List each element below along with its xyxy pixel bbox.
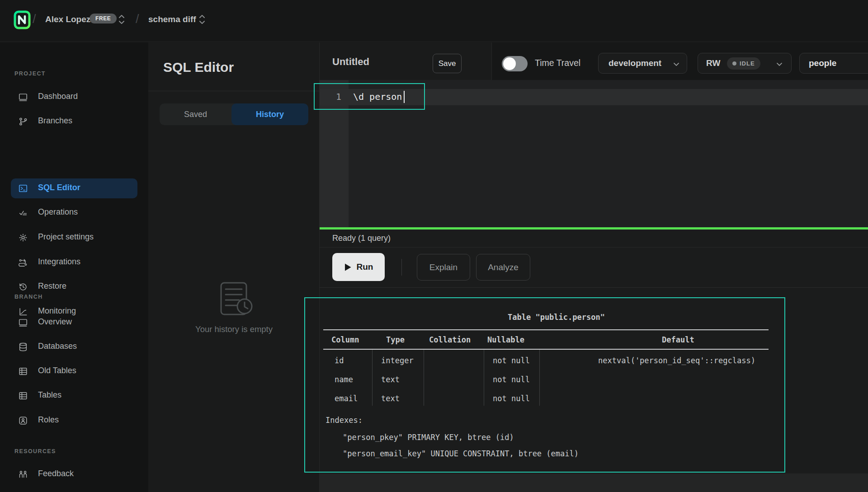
sidebar-item-label: Tables	[38, 390, 61, 400]
sidebar-section-project: PROJECT	[14, 70, 46, 77]
sidebar-item-label: Project settings	[38, 232, 94, 242]
database-select[interactable]: people	[799, 53, 868, 74]
plan-badge: FREE	[90, 14, 117, 23]
divider	[491, 42, 492, 80]
sidebar-item-project-settings[interactable]: Project settings	[0, 228, 148, 248]
sidebar-item-branches[interactable]: Branches	[0, 112, 148, 131]
sidebar-item-feedback[interactable]: Feedback	[0, 464, 148, 484]
save-button[interactable]: Save	[433, 54, 462, 73]
breadcrumb-slash: /	[136, 12, 139, 26]
top-bar: / Alex Lopez FREE / schema diff	[0, 0, 868, 42]
database-select-value: people	[809, 58, 836, 68]
saved-history-tabs: Saved History	[160, 103, 308, 125]
compute-status-text: IDLE	[740, 60, 755, 67]
branches-icon	[18, 117, 28, 127]
sidebar-item-label: Operations	[38, 207, 78, 217]
sql-editor-panel: SQL Editor Saved History Your history is…	[148, 42, 320, 492]
compute-status-badge: IDLE	[727, 57, 760, 70]
roles-icon	[18, 416, 28, 426]
sidebar-item-tables[interactable]: Tables	[0, 386, 148, 406]
sidebar-item-label: Integrations	[38, 257, 80, 267]
explain-button[interactable]: Explain	[417, 254, 470, 281]
restore-clock-icon	[18, 282, 28, 292]
chevron-down-icon	[775, 60, 784, 69]
gear-icon	[18, 233, 28, 243]
branch-select-value: development	[609, 58, 661, 68]
table-icon	[18, 391, 28, 401]
sidebar-item-label: SQL Editor	[38, 183, 80, 192]
org-switcher-chevrons-icon[interactable]	[118, 14, 126, 25]
history-empty-text: Your history is empty	[148, 324, 320, 334]
feedback-people-icon	[18, 469, 28, 479]
play-icon	[344, 263, 352, 272]
time-travel-label: Time Travel	[535, 58, 580, 68]
dashboard-icon	[18, 92, 28, 102]
overview-icon	[18, 318, 28, 328]
status-bar: Ready (1 query)	[320, 230, 868, 248]
sidebar-item-label: Overview	[38, 317, 72, 327]
sidebar-item-label: Branches	[38, 116, 72, 126]
operations-icon	[18, 208, 28, 218]
run-label: Run	[357, 262, 373, 272]
toggle-knob	[503, 57, 516, 70]
run-button[interactable]: Run	[332, 253, 385, 281]
tab-history[interactable]: History	[231, 103, 308, 125]
tab-saved[interactable]: Saved	[160, 103, 231, 125]
sidebar-item-old-tables[interactable]: Old Tables	[0, 361, 148, 381]
neon-logo-icon[interactable]	[14, 10, 31, 29]
sidebar-item-label: Old Tables	[38, 366, 76, 375]
sidebar-item-integrations[interactable]: Integrations	[0, 253, 148, 272]
analyze-button[interactable]: Analyze	[476, 254, 530, 281]
neon-console: / Alex Lopez FREE / schema diff PROJECT …	[0, 0, 868, 492]
panel-title: SQL Editor	[163, 60, 234, 75]
compute-select[interactable]: RW IDLE	[698, 53, 792, 74]
sidebar-item-label: Feedback	[38, 469, 74, 478]
branch-select[interactable]: development	[598, 53, 687, 74]
sql-editor-icon	[18, 183, 28, 193]
status-dot-icon	[732, 61, 736, 66]
editor-toolbar: Untitled Save	[320, 42, 491, 80]
sidebar-section-branch: BRANCH	[14, 294, 43, 300]
annotation-box-query	[314, 83, 425, 110]
breadcrumb-org[interactable]: Alex Lopez	[45, 14, 90, 24]
divider	[401, 259, 402, 276]
history-empty-icon	[215, 281, 256, 320]
sidebar-item-sql-editor[interactable]: SQL Editor	[11, 178, 137, 198]
breadcrumb-project[interactable]: schema diff	[148, 14, 196, 24]
query-tab-title[interactable]: Untitled	[332, 56, 369, 68]
project-switcher-chevrons-icon[interactable]	[198, 14, 206, 25]
sidebar-item-overview[interactable]: Overview	[0, 313, 148, 333]
database-icon	[18, 342, 28, 352]
sidebar-section-resources: RESOURCES	[14, 448, 56, 455]
compute-role: RW	[706, 58, 720, 68]
results-scrollbar-track[interactable]	[320, 473, 868, 492]
sidebar-item-dashboard[interactable]: Dashboard	[0, 87, 148, 107]
time-travel-toggle[interactable]	[502, 56, 528, 71]
annotation-box-results	[304, 297, 785, 473]
integrations-icon	[18, 258, 28, 267]
sidebar-item-operations[interactable]: Operations	[0, 203, 148, 223]
divider	[148, 91, 320, 91]
sidebar: PROJECT Dashboard Branches SQL	[0, 42, 148, 492]
breadcrumb-slash: /	[33, 12, 36, 26]
sidebar-item-databases[interactable]: Databases	[0, 337, 148, 357]
chevron-down-icon	[672, 60, 681, 69]
sidebar-item-label: Roles	[38, 415, 59, 425]
actions-bar: Run Explain Analyze	[320, 248, 868, 288]
sidebar-item-roles[interactable]: Roles	[0, 411, 148, 431]
status-text: Ready (1 query)	[332, 234, 391, 243]
table-icon	[18, 366, 28, 376]
sidebar-item-label: Restore	[38, 281, 66, 291]
sidebar-item-label: Dashboard	[38, 92, 78, 101]
sidebar-item-label: Databases	[38, 342, 77, 351]
